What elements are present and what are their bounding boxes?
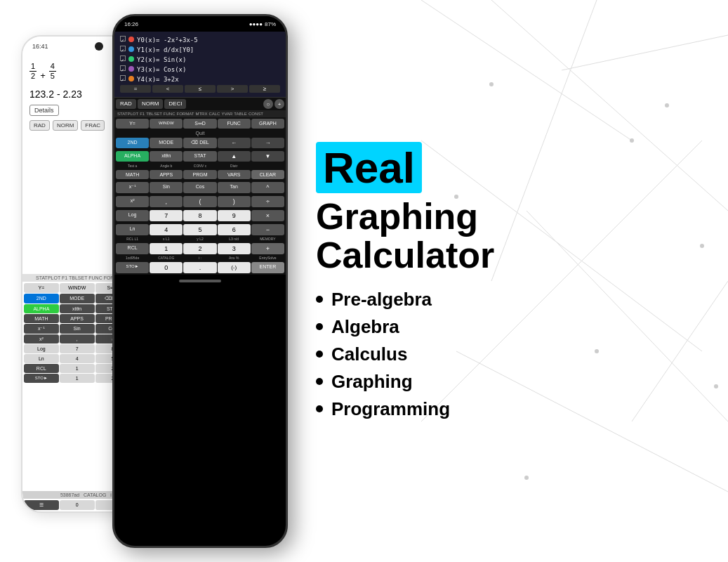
front-nav-down[interactable]: ▼ (251, 151, 284, 162)
front-key-1[interactable]: 1 (150, 243, 183, 254)
back-key-7[interactable]: 7 (60, 344, 95, 353)
front-key-xtn[interactable]: xtθn (150, 151, 183, 162)
front-key-8[interactable]: 8 (183, 210, 216, 221)
op-lt[interactable]: < (152, 85, 183, 93)
rad-button[interactable]: RAD (29, 120, 50, 131)
back-key-y[interactable]: Y= (24, 283, 59, 293)
front-key-6[interactable]: 6 (218, 224, 251, 235)
front-key-mode[interactable]: MODE (150, 138, 183, 148)
front-key-ln[interactable]: Ln (116, 224, 149, 235)
phone-front: 16:26 ●●●● 87% Y0(x)= -2x²+3x-5 (112, 14, 288, 548)
front-key-xinv[interactable]: x⁻¹ (116, 182, 149, 193)
front-key-log[interactable]: Log (116, 210, 149, 221)
back-key-x2[interactable]: x² (24, 334, 59, 344)
front-key-caret[interactable]: ^ (251, 182, 284, 193)
back-key-alpha[interactable]: ALPHA (24, 304, 59, 313)
front-key-apps[interactable]: APPS (150, 170, 183, 179)
norm-btn[interactable]: NORM (138, 99, 163, 109)
back-key-math[interactable]: MATH (24, 314, 59, 323)
norm-button[interactable]: NORM (53, 120, 78, 131)
front-key-sd[interactable]: S⇔D (183, 119, 216, 129)
front-nav-up[interactable]: ▲ (218, 151, 251, 162)
front-key-div[interactable]: ÷ (251, 196, 284, 207)
front-key-alpha[interactable]: ALPHA (116, 151, 149, 162)
nav-circle[interactable]: ○ (263, 99, 273, 109)
eq1-checkbox[interactable] (120, 46, 126, 51)
back-key-2nd[interactable]: 2ND (24, 294, 59, 303)
eq1-label: Y1(x)= d/dx[Y0] (137, 46, 194, 53)
back-key-sin[interactable]: Sin (60, 324, 95, 334)
front-key-plus[interactable]: + (251, 243, 284, 254)
front-key-5[interactable]: 5 (183, 224, 216, 235)
back-key-comma[interactable]: , (60, 334, 95, 344)
front-key-3[interactable]: 3 (218, 243, 251, 254)
back-details-button[interactable]: Details (29, 105, 59, 116)
front-key-y[interactable]: Y= (116, 119, 149, 129)
deci-btn[interactable]: DECI (164, 99, 186, 109)
back-key-4[interactable]: 4 (60, 354, 95, 363)
eq3-checkbox[interactable] (120, 65, 126, 71)
front-key-fwd[interactable]: → (251, 138, 284, 148)
front-key-neg[interactable]: (-) (218, 262, 251, 273)
front-key-clear[interactable]: CLEAR (251, 170, 284, 179)
eq2-dot (128, 56, 134, 62)
front-key-graph[interactable]: GRAPH (251, 119, 284, 129)
front-key-func[interactable]: FUNC (218, 119, 251, 129)
front-key-rcl[interactable]: RCL (116, 243, 149, 254)
front-key-windw[interactable]: WINDW (150, 119, 183, 129)
front-key-del[interactable]: ⌫ DEL (183, 138, 216, 148)
rad-btn[interactable]: RAD (116, 99, 136, 109)
op-geq[interactable]: ≥ (249, 85, 280, 93)
feature-calculus: Calculus (316, 344, 686, 365)
op-leq[interactable]: ≤ (185, 85, 216, 93)
back-key-rcl[interactable]: RCL (24, 364, 59, 373)
back-key-windw[interactable]: WINDW (60, 283, 95, 293)
front-key-4[interactable]: 4 (150, 224, 183, 235)
back-key-mode[interactable]: MODE (60, 294, 95, 303)
front-key-cos[interactable]: Cos (183, 182, 216, 193)
front-key-sto[interactable]: STO► (116, 262, 149, 273)
front-key-comma[interactable]: , (150, 196, 183, 207)
back-key-xtn[interactable]: xtθn (60, 304, 95, 313)
eq0-label: Y0(x)= -2x²+3x-5 (137, 37, 198, 44)
front-key-sin[interactable]: Sin (150, 182, 183, 193)
back-key-xinv[interactable]: x⁻¹ (24, 324, 59, 334)
front-key-2nd[interactable]: 2ND (116, 138, 149, 148)
back-key-0[interactable]: 0 (60, 500, 95, 510)
front-key-rparen[interactable]: ) (218, 196, 251, 207)
nav-plus[interactable]: + (274, 99, 284, 109)
front-key-x2[interactable]: x² (116, 196, 149, 207)
back-key-sto[interactable]: STO► (24, 374, 59, 383)
front-key-vars[interactable]: VARS (218, 170, 251, 179)
eq2-checkbox[interactable] (120, 55, 126, 61)
frac-button[interactable]: FRAC (81, 120, 105, 131)
op-gt[interactable]: > (217, 85, 248, 93)
front-key-9[interactable]: 9 (218, 210, 251, 221)
back-key-1b[interactable]: 1 (60, 374, 95, 383)
back-key-log[interactable]: Log (24, 344, 59, 353)
front-key-0[interactable]: 0 (150, 262, 183, 273)
feature-label-2: Algebra (331, 316, 399, 338)
front-key-prgm[interactable]: PRGM (183, 170, 216, 179)
front-key-enter[interactable]: ENTER (251, 262, 284, 273)
front-key-minus[interactable]: − (251, 224, 284, 235)
back-notch (95, 42, 103, 51)
front-key-back[interactable]: ← (218, 138, 251, 148)
back-key-apps[interactable]: APPS (60, 314, 95, 323)
front-key-mul[interactable]: × (251, 210, 284, 221)
front-key-math[interactable]: MATH (116, 170, 149, 179)
front-key-2[interactable]: 2 (183, 243, 216, 254)
back-key-1[interactable]: 1 (60, 364, 95, 373)
eq0-checkbox[interactable] (120, 36, 126, 41)
front-key-tan[interactable]: Tan (218, 182, 251, 193)
front-key-lparen[interactable]: ( (183, 196, 216, 207)
front-key-stat[interactable]: STAT (183, 151, 216, 162)
back-key-ln[interactable]: Ln (24, 354, 59, 363)
home-bar[interactable] (179, 280, 221, 282)
front-key-7[interactable]: 7 (150, 210, 183, 221)
op-eq[interactable]: = (120, 85, 151, 93)
eq4-checkbox[interactable] (120, 75, 126, 81)
front-key-dot[interactable]: . (183, 262, 216, 273)
title-real: Real (316, 142, 422, 193)
back-key-menu[interactable]: ☰ (24, 500, 59, 510)
